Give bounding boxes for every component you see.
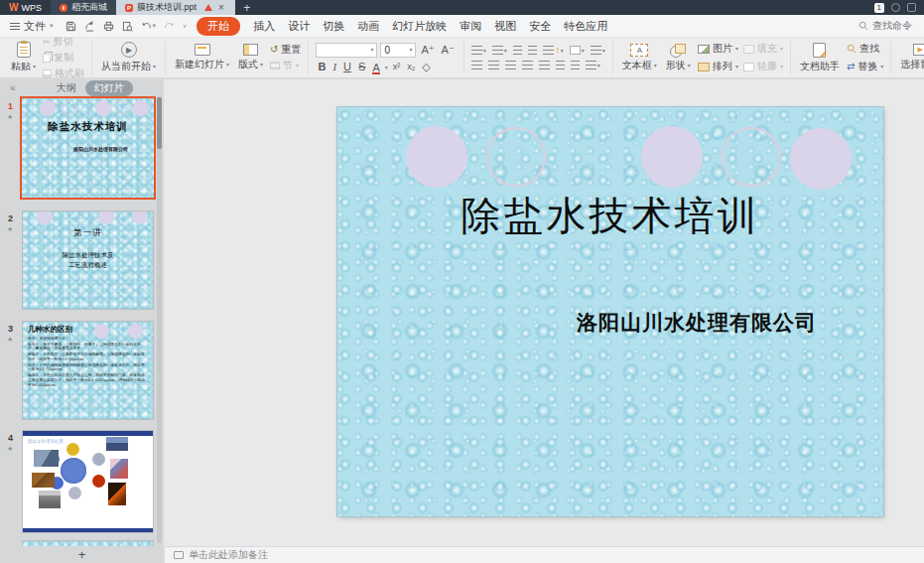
slide-circle-ring[interactable] [722, 127, 781, 187]
notes-bar[interactable]: 单击此处添加备注 [164, 546, 924, 563]
play-from-current-label: 从当前开始 [101, 60, 151, 73]
wps-logo[interactable]: W WPS [0, 0, 51, 15]
panel-scrollbar-thumb[interactable] [157, 97, 162, 149]
font-family-select[interactable]: ▾ [316, 43, 377, 58]
menu-tab-insert[interactable]: 插入 [253, 19, 275, 34]
slide-thumbnail-4[interactable]: 除盐水处理流程图 [22, 430, 154, 533]
paragraph-settings-button[interactable]: ▾ [570, 46, 585, 55]
doc-assistant-button[interactable]: 文档助手 [798, 43, 842, 73]
menu-tab-animation[interactable]: 动画 [357, 19, 379, 34]
thumb3-line: 除盐水：水中盐类（主要是溶于水的强电解质）去除或降低到一定程度的水，电导率一般为… [28, 352, 148, 361]
menu-tab-design[interactable]: 设计 [288, 19, 310, 34]
menu-tab-home[interactable]: 开始 [197, 17, 240, 36]
distribute-button[interactable] [539, 61, 550, 70]
decrease-indent-button[interactable] [513, 46, 522, 55]
paragraph-group: ▾ ▾ ↕▾ ▾ ▾ ▾ [463, 41, 612, 74]
slide-thumbnail-3[interactable]: 几种水的区别 原水：未经过处理的水。 软化水：将水中硬度（主要指钙、镁离子）去除… [22, 321, 154, 420]
search-icon [858, 21, 868, 31]
shape-fill-button[interactable]: 填充▾ [743, 42, 783, 56]
format-painter-button[interactable]: 格式刷 [43, 67, 84, 80]
notification-badge[interactable]: 1 [874, 3, 884, 13]
customize-toolbar-icon[interactable]: ˅ [183, 23, 187, 30]
current-slide[interactable]: 除盐水技术培训 洛阳山川水处理有限公司 [337, 107, 883, 516]
align-center-button[interactable] [488, 61, 499, 70]
menu-tab-slideshow[interactable]: 幻灯片放映 [392, 19, 447, 34]
shape-outline-button[interactable]: 轮廓▾ [743, 60, 783, 73]
text-direction-button[interactable]: ▾ [591, 46, 605, 55]
menu-tab-view[interactable]: 视图 [494, 19, 516, 34]
clear-format-button[interactable]: ◇ [420, 62, 432, 72]
layout-button[interactable]: 版式▾ [236, 44, 265, 71]
play-from-current-button[interactable]: ▶ 从当前开始▾ [99, 42, 158, 73]
tab-outline[interactable]: 大纲 [57, 81, 76, 95]
align-right-button[interactable] [505, 61, 516, 70]
paste-button[interactable]: 粘贴▾ [9, 42, 38, 73]
print-preview-icon[interactable] [122, 21, 133, 32]
numbering-button[interactable]: ▾ [492, 46, 507, 55]
grow-font-button[interactable]: A⁺ [419, 45, 436, 56]
warning-icon[interactable] [204, 4, 212, 11]
align-left-button[interactable] [471, 61, 482, 70]
save-icon[interactable] [66, 21, 76, 32]
print-icon[interactable] [103, 21, 114, 32]
find-command-button[interactable]: 查找命令 [858, 19, 924, 33]
window-restore-icon[interactable] [907, 3, 916, 12]
shrink-font-button[interactable]: A⁻ [440, 45, 457, 56]
superscript-button[interactable]: x² [391, 63, 403, 71]
shape-fill-label: 填充 [757, 42, 777, 56]
tab-document[interactable]: P 膜技术培训.ppt × [116, 0, 235, 15]
file-menu-button[interactable]: 文件 ▾ [0, 19, 62, 34]
increase-paragraph-spacing-button[interactable] [556, 61, 565, 70]
cut-button[interactable]: ✂剪切 [43, 35, 84, 49]
export-pdf-icon[interactable] [84, 21, 95, 32]
menu-tab-special-features[interactable]: 特色应用 [564, 19, 607, 34]
slide-subtitle[interactable]: 洛阳山川水处理有限公司 [577, 309, 817, 337]
menu-tab-transition[interactable]: 切换 [323, 19, 344, 34]
slide-circle-filled[interactable] [790, 128, 852, 190]
panel-scrollbar[interactable] [157, 96, 162, 543]
justify-button[interactable] [522, 61, 533, 70]
textbox-button[interactable]: A 文本框▾ [620, 44, 659, 72]
menu-tab-security[interactable]: 安全 [529, 19, 551, 34]
increase-indent-button[interactable] [528, 46, 537, 55]
underline-button[interactable]: U [341, 62, 353, 72]
strikethrough-button[interactable]: S [356, 62, 367, 72]
bold-button[interactable]: B [316, 62, 328, 72]
decrease-paragraph-spacing-button[interactable] [571, 61, 580, 70]
tab-docer-store[interactable]: 稻壳商城 [51, 0, 116, 15]
find-button[interactable]: 查找 [847, 42, 883, 56]
slide-thumbnail-1[interactable]: 除盐水技术培训 洛阳山川水处理有限公司 [22, 98, 154, 198]
menu-tab-review[interactable]: 审阅 [460, 19, 481, 34]
collapse-panel-icon[interactable]: « [0, 82, 26, 93]
bullets-button[interactable]: ▾ [471, 46, 486, 55]
slide-thumbnail-2[interactable]: 第一讲 除盐水处理技术及 工艺流程概述 [22, 211, 154, 310]
replace-button[interactable]: ⇄替换▾ [847, 60, 883, 73]
window-minimize-icon[interactable] [891, 3, 900, 12]
font-size-select[interactable]: 0▾ [380, 43, 416, 58]
redo-icon[interactable] [164, 21, 175, 32]
slide-circle-ring[interactable] [486, 127, 546, 187]
close-tab-icon[interactable]: × [216, 3, 226, 13]
subscript-button[interactable]: x₂ [405, 63, 417, 71]
reset-button[interactable]: ↺重置 [270, 43, 301, 57]
line-spacing-button[interactable]: ↕▾ [543, 46, 564, 55]
arrange-button[interactable]: 排列▾ [698, 60, 738, 73]
smart-typography-button[interactable]: ▾ [586, 61, 600, 70]
slide-title[interactable]: 除盐水技术培训 [337, 189, 883, 243]
add-slide-button[interactable]: + [0, 546, 164, 563]
new-slide-button[interactable]: 新建幻灯片▾ [173, 44, 231, 71]
chevron-down-icon: ▾ [296, 63, 299, 69]
copy-button[interactable]: 复制 [43, 51, 84, 65]
slide-circle-filled[interactable] [406, 126, 467, 188]
italic-button[interactable]: I [330, 62, 338, 72]
shapes-button[interactable]: 形状▾ [664, 44, 693, 72]
undo-button[interactable]: ▾ [141, 21, 157, 32]
section-button[interactable]: 节▾ [270, 59, 301, 72]
tab-slides[interactable]: 幻灯片 [85, 80, 133, 96]
picture-button[interactable]: 图片▾ [698, 42, 738, 56]
new-tab-button[interactable]: + [235, 0, 259, 15]
font-color-button[interactable]: A [370, 62, 381, 73]
selection-pane-button[interactable]: ▶ 选择窗格 [898, 44, 924, 71]
slide-circle-filled[interactable] [641, 126, 703, 188]
section-icon [270, 62, 280, 70]
